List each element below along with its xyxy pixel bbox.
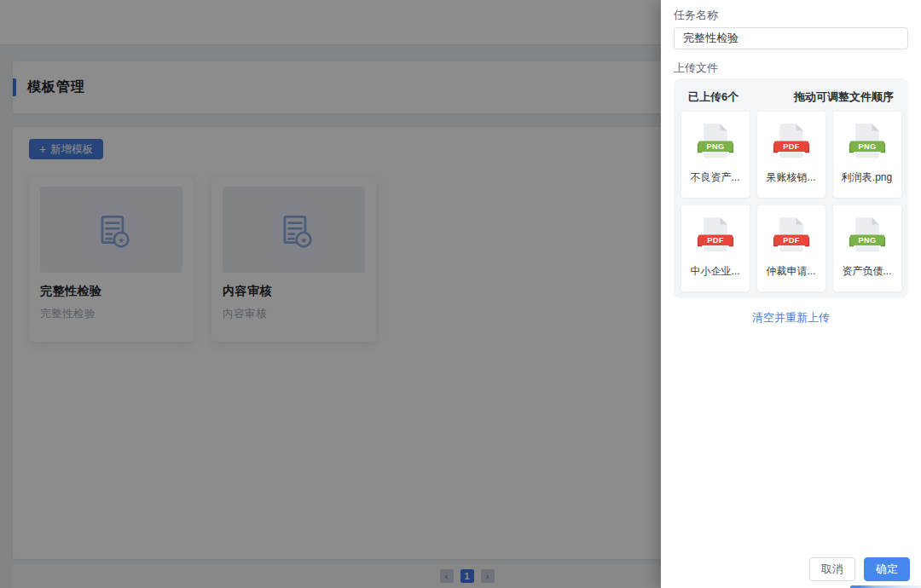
uploaded-file-card[interactable]: PDF 仲裁申请... bbox=[757, 205, 825, 291]
uploaded-file-card[interactable]: PNG 资产负债... bbox=[833, 205, 901, 291]
svg-text:PDF: PDF bbox=[783, 236, 800, 245]
file-name: 仲裁申请... bbox=[766, 264, 815, 279]
file-type-icon: PNG bbox=[849, 121, 886, 161]
clear-and-reupload-link[interactable]: 清空并重新上传 bbox=[661, 310, 921, 326]
file-type-icon: PNG bbox=[697, 121, 734, 161]
drag-hint: 拖动可调整文件顺序 bbox=[794, 89, 894, 105]
file-name: 不良资产... bbox=[690, 170, 739, 185]
drawer-footer: 取消 确定 bbox=[809, 557, 910, 581]
file-type-icon: PDF bbox=[773, 121, 810, 161]
edit-task-drawer: 任务名称 上传文件 已上传6个 拖动可调整文件顺序 PNG 不良资产... PD… bbox=[661, 0, 921, 588]
upload-panel: 已上传6个 拖动可调整文件顺序 PNG 不良资产... PDF 呆账核销... bbox=[674, 78, 908, 298]
svg-text:PNG: PNG bbox=[858, 236, 876, 245]
svg-text:PDF: PDF bbox=[707, 236, 724, 245]
confirm-button[interactable]: 确定 bbox=[864, 557, 910, 581]
cancel-button[interactable]: 取消 bbox=[809, 557, 855, 581]
svg-text:PDF: PDF bbox=[783, 142, 800, 151]
uploaded-file-card[interactable]: PNG 利润表.png bbox=[833, 112, 901, 198]
svg-text:PNG: PNG bbox=[706, 142, 724, 151]
file-type-icon: PDF bbox=[697, 215, 734, 255]
file-name: 中小企业... bbox=[690, 264, 739, 279]
uploaded-count: 已上传6个 bbox=[688, 89, 739, 105]
uploaded-file-grid: PNG 不良资产... PDF 呆账核销... PNG 利润表.png bbox=[681, 112, 901, 291]
file-type-icon: PNG bbox=[849, 215, 886, 255]
uploaded-file-card[interactable]: PDF 呆账核销... bbox=[757, 112, 825, 198]
task-name-label: 任务名称 bbox=[674, 8, 718, 23]
svg-text:PNG: PNG bbox=[858, 142, 876, 151]
file-name: 利润表.png bbox=[842, 170, 892, 185]
uploaded-file-card[interactable]: PNG 不良资产... bbox=[681, 112, 750, 198]
upload-panel-header: 已上传6个 拖动可调整文件顺序 bbox=[674, 78, 908, 105]
task-name-input[interactable] bbox=[674, 27, 908, 49]
file-name: 呆账核销... bbox=[766, 170, 815, 185]
uploaded-file-card[interactable]: PDF 中小企业... bbox=[681, 205, 750, 291]
file-name: 资产负债... bbox=[842, 264, 891, 279]
upload-files-label: 上传文件 bbox=[674, 61, 718, 76]
file-type-icon: PDF bbox=[773, 215, 810, 255]
